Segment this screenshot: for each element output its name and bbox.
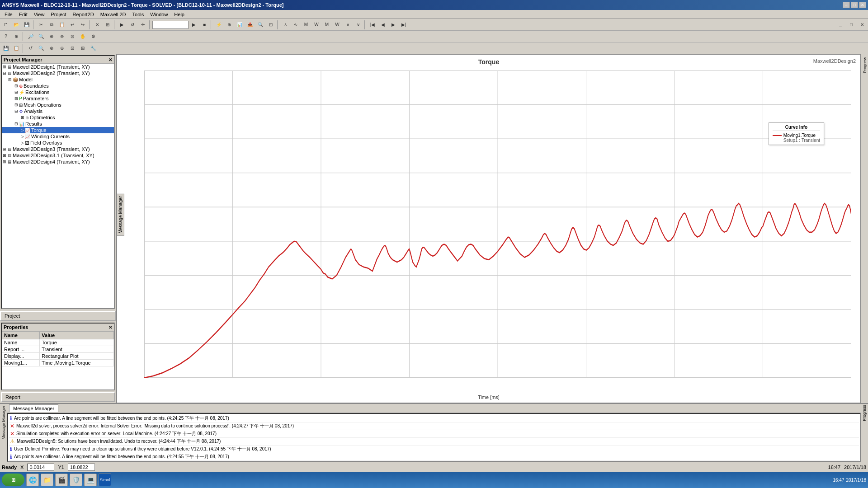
menu-file[interactable]: File	[2, 11, 15, 18]
wave1-button[interactable]: ∧	[280, 20, 290, 30]
tb3-btn3[interactable]: ↺	[26, 43, 36, 53]
menu-project[interactable]: Project	[48, 11, 69, 18]
move-button[interactable]: ✛	[138, 20, 148, 30]
maximize-button[interactable]: □	[851, 2, 858, 8]
analyze-button[interactable]: ⚡	[214, 20, 224, 30]
menu-edit[interactable]: Edit	[16, 11, 30, 18]
message-panel[interactable]: ℹ Arc points are collinear. A line segme…	[7, 413, 861, 462]
select-button[interactable]: ▶	[117, 20, 127, 30]
menu-help[interactable]: Help	[171, 11, 187, 18]
wave7-button[interactable]: ∧	[343, 20, 353, 30]
wave6-button[interactable]: W	[332, 20, 342, 30]
snap-button[interactable]: ⊞	[103, 20, 113, 30]
taskbar-pc-icon[interactable]: 💻	[84, 474, 97, 486]
min-btn[interactable]: _	[835, 20, 845, 30]
search-button[interactable]: 🔍	[255, 20, 265, 30]
wave4-button[interactable]: W	[311, 20, 321, 30]
tree-item-optimetrics[interactable]: ⊞ ⊕ Optimetrics	[2, 114, 114, 121]
tree-item-design3-1[interactable]: ⊞ 🖥 Maxwell2DDesign3-1 (Transient, XY)	[2, 152, 114, 159]
tree-item-design3[interactable]: ⊞ 🖥 Maxwell2DDesign3 (Transient, XY)	[2, 146, 114, 152]
message-tab[interactable]: Message Manager	[1, 406, 6, 440]
tb3-btn6[interactable]: ⊖	[57, 43, 67, 53]
run-button[interactable]: ▶	[189, 20, 199, 30]
undo-button[interactable]: ↩	[67, 20, 77, 30]
message-manager-tab[interactable]: Message Manager	[117, 194, 124, 236]
tb3-btn2[interactable]: 📋	[11, 43, 21, 53]
open-button[interactable]: 📂	[11, 20, 21, 30]
wave5-button[interactable]: M	[322, 20, 332, 30]
tb3-btn9[interactable]: 🔧	[88, 43, 98, 53]
nav1-button[interactable]: |◀	[368, 20, 377, 30]
copy2-button[interactable]: ⊡	[266, 20, 276, 30]
zoom2-btn[interactable]: ⊕	[47, 32, 57, 42]
tb3-btn1[interactable]: 💾	[1, 43, 11, 53]
nav3-button[interactable]: ▶	[388, 20, 398, 30]
taskbar-simol-icon[interactable]: Simol	[99, 474, 111, 486]
tb3-btn5[interactable]: ⊕	[47, 43, 57, 53]
menu-view[interactable]: View	[31, 11, 47, 18]
tree-item-excitations[interactable]: ⊞ ⚡ Excitations	[2, 89, 114, 95]
fields-button[interactable]: ⊕	[224, 20, 234, 30]
taskbar-media-icon[interactable]: 🎬	[55, 474, 68, 486]
stop-button[interactable]: ■	[199, 20, 209, 30]
help-btn[interactable]: ?	[1, 32, 11, 42]
project-manager-close[interactable]: ✕	[108, 57, 112, 62]
copy-button[interactable]: ⧉	[47, 20, 57, 30]
tree-item-winding[interactable]: ▷ 📈 Winding Currents	[2, 133, 114, 140]
minimize-button[interactable]: −	[843, 2, 850, 8]
tree-item-model[interactable]: ⊟ 📦 Model	[2, 76, 114, 83]
tree-item-mesh[interactable]: ⊞ ⊞ Mesh Operations	[2, 102, 114, 108]
nav4-button[interactable]: ▶|	[399, 20, 409, 30]
wave2-button[interactable]: ∿	[291, 20, 301, 30]
wave3-button[interactable]: M	[301, 20, 311, 30]
tree-item-torque[interactable]: ▷ 📈 Torque	[2, 127, 114, 133]
progress-tab[interactable]: Progress	[861, 404, 868, 422]
taskbar-explorer-icon[interactable]: 📁	[41, 474, 53, 486]
tree-item-results[interactable]: ⊟ 📊 Results	[2, 121, 114, 127]
zoom-in-btn[interactable]: 🔎	[26, 32, 36, 42]
message-tab-active[interactable]: Message Manager	[9, 404, 58, 412]
cursor-btn[interactable]: ⊕	[11, 32, 21, 42]
settings-btn[interactable]: ⚙	[88, 32, 98, 42]
menu-window[interactable]: Window	[147, 11, 170, 18]
cut-button[interactable]: ✂	[36, 20, 46, 30]
report-button[interactable]: Report	[1, 392, 115, 402]
new-button[interactable]: 🗋	[1, 20, 11, 30]
tree-item-parameters[interactable]: ⊞ P Parameters	[2, 95, 114, 102]
zoom-out-btn[interactable]: 🔍	[36, 32, 46, 42]
max-btn[interactable]: □	[846, 20, 856, 30]
paste-button[interactable]: 📋	[57, 20, 67, 30]
zoom3-btn[interactable]: ⊖	[57, 32, 67, 42]
tree-item-fieldoverlays[interactable]: ▷ 🖼 Field Overlays	[2, 140, 114, 146]
close-win-btn[interactable]: ✕	[857, 20, 867, 30]
delete-button[interactable]: ✕	[92, 20, 102, 30]
tree-item-design2[interactable]: ⊟ 🖥 Maxwell2DDesign2 (Transient, XY)	[2, 70, 114, 76]
taskbar-shield-icon[interactable]: 🛡️	[70, 474, 82, 486]
menu-report2d[interactable]: Report2D	[70, 11, 97, 18]
export-button[interactable]: 📤	[245, 20, 255, 30]
tree-item-design1[interactable]: ⊞ 🖥 Maxwell2DDesign1 (Transient, XY)	[2, 64, 114, 70]
nav2-button[interactable]: ◀	[378, 20, 388, 30]
wave8-button[interactable]: ∨	[353, 20, 363, 30]
project-tab[interactable]: Project	[0, 311, 116, 321]
tb3-btn8[interactable]: ⊞	[78, 43, 88, 53]
menu-tools[interactable]: Tools	[130, 11, 147, 18]
save-button[interactable]: 💾	[22, 20, 32, 30]
right-scrollbar[interactable]: Progress	[861, 54, 868, 403]
taskbar-ie-icon[interactable]: 🌐	[26, 474, 39, 486]
tree-item-boundaries[interactable]: ⊞ ⊕ Boundaries	[2, 83, 114, 89]
fit-btn[interactable]: ⊡	[67, 32, 77, 42]
tb3-btn4[interactable]: 🔍	[36, 43, 46, 53]
tree-item-design4[interactable]: ⊞ 🖥 Maxwell2DDesign4 (Transient, XY)	[2, 159, 114, 165]
menu-maxwell2d[interactable]: Maxwell 2D	[98, 11, 129, 18]
redo-button[interactable]: ↪	[78, 20, 88, 30]
toolbar-input[interactable]	[152, 21, 189, 29]
tb3-btn7[interactable]: ⊡	[67, 43, 77, 53]
close-button[interactable]: ✕	[859, 2, 866, 8]
tree-item-analysis[interactable]: ⊟ ⚙ Analysis	[2, 108, 114, 114]
pan-btn[interactable]: ✋	[78, 32, 88, 42]
rotate-button[interactable]: ↺	[127, 20, 137, 30]
plot-button[interactable]: 📊	[235, 20, 245, 30]
properties-close[interactable]: ✕	[108, 325, 112, 330]
start-button[interactable]: ⊞	[2, 474, 24, 486]
